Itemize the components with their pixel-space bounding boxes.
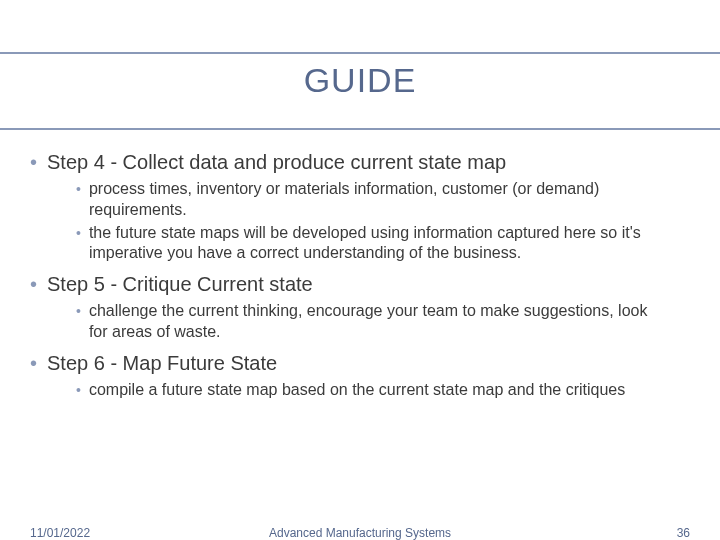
bullet-icon: • xyxy=(30,351,37,376)
bullet-icon: • xyxy=(76,223,81,244)
list-item: • compile a future state map based on th… xyxy=(76,380,690,401)
title-region: GUIDE xyxy=(0,0,720,130)
sub-point: the future state maps will be developed … xyxy=(89,223,649,265)
slide-content: • Step 4 - Collect data and produce curr… xyxy=(0,130,720,401)
list-item: • Step 4 - Collect data and produce curr… xyxy=(30,150,690,264)
list-item: • Step 6 - Map Future State • compile a … xyxy=(30,351,690,401)
bullet-icon: • xyxy=(30,272,37,297)
step-heading: Step 4 - Collect data and produce curren… xyxy=(47,150,506,175)
step-heading: Step 6 - Map Future State xyxy=(47,351,277,376)
list-item: • challenge the current thinking, encour… xyxy=(76,301,690,343)
footer-page-number: 36 xyxy=(677,526,690,540)
list-item: • Step 5 - Critique Current state • chal… xyxy=(30,272,690,343)
bullet-icon: • xyxy=(76,179,81,200)
sub-list: • compile a future state map based on th… xyxy=(30,380,690,401)
sub-list: • challenge the current thinking, encour… xyxy=(30,301,690,343)
slide-title: GUIDE xyxy=(304,61,417,128)
bullet-icon: • xyxy=(76,301,81,322)
sub-point: compile a future state map based on the … xyxy=(89,380,625,401)
step-heading: Step 5 - Critique Current state xyxy=(47,272,313,297)
bullet-icon: • xyxy=(30,150,37,175)
list-item: • the future state maps will be develope… xyxy=(76,223,690,265)
sub-point: challenge the current thinking, encourag… xyxy=(89,301,649,343)
sub-list: • process times, inventory or materials … xyxy=(30,179,690,264)
bullet-list: • Step 4 - Collect data and produce curr… xyxy=(30,150,690,401)
sub-point: process times, inventory or materials in… xyxy=(89,179,649,221)
footer-title: Advanced Manufacturing Systems xyxy=(0,526,720,540)
bullet-icon: • xyxy=(76,380,81,401)
list-item: • process times, inventory or materials … xyxy=(76,179,690,221)
